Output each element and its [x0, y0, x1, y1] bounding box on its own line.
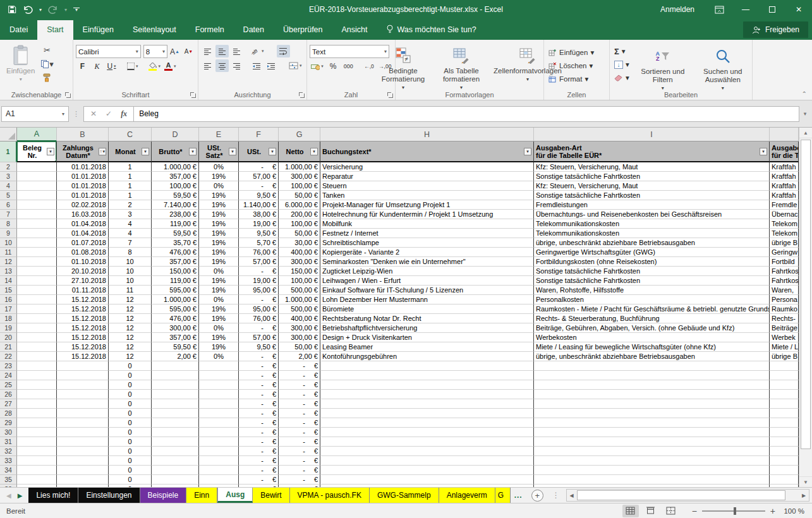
row-header-32[interactable]: 32 — [0, 447, 17, 456]
cell-E28[interactable] — [199, 409, 239, 418]
filter-dropdown-icon[interactable]: ▾ — [229, 148, 236, 155]
column-header-E[interactable]: E — [199, 128, 239, 142]
cell-D19[interactable]: 300,00 € — [152, 323, 199, 333]
cell-H17[interactable]: Büromiete — [320, 304, 534, 314]
cell-B24[interactable] — [57, 371, 109, 380]
cell-I32[interactable] — [534, 447, 770, 456]
expand-formula-bar-icon[interactable]: ▾ — [799, 111, 811, 117]
cell-A12[interactable] — [17, 257, 57, 267]
cell-C12[interactable]: 10 — [109, 257, 152, 267]
cell-E3[interactable]: 19% — [199, 172, 239, 181]
maximize-button[interactable] — [759, 0, 785, 19]
cell-H35[interactable] — [320, 475, 534, 485]
cell-F22[interactable]: -€ — [239, 352, 279, 361]
table-header-f[interactable]: USt.▾ — [239, 142, 279, 162]
borders-button[interactable]: ▾ — [126, 60, 140, 73]
cell-8[interactable]: Telekom — [770, 219, 799, 229]
cell-I23[interactable] — [534, 361, 770, 371]
cell-D29[interactable] — [152, 418, 199, 428]
cell-G18[interactable]: 400,00 € — [279, 314, 320, 323]
cell-B9[interactable]: 01.04.2018 — [57, 229, 109, 238]
cell-A23[interactable] — [17, 361, 57, 371]
conditional-formatting-button[interactable]: ≠ Bedingte Formatierung ▾ — [373, 42, 433, 93]
cell-G9[interactable]: 50,00 € — [279, 229, 320, 238]
table-header-g[interactable]: Netto▾ — [279, 142, 320, 162]
filter-dropdown-icon[interactable]: ▾ — [189, 148, 197, 155]
cell-G26[interactable]: -€ — [279, 390, 320, 399]
cell-A28[interactable] — [17, 409, 57, 418]
cell-I34[interactable] — [534, 466, 770, 475]
cell-E14[interactable]: 19% — [199, 276, 239, 286]
cell-A13[interactable] — [17, 267, 57, 276]
zoom-in-icon[interactable]: + — [770, 508, 775, 514]
cell-B33[interactable] — [57, 456, 109, 466]
cell-B3[interactable]: 01.01.2018 — [57, 172, 109, 181]
row-header-13[interactable]: 13 — [0, 267, 17, 276]
cell-D33[interactable] — [152, 456, 199, 466]
close-button[interactable]: ✕ — [785, 0, 812, 19]
cell-B7[interactable]: 16.03.2018 — [57, 210, 109, 219]
cell-C10[interactable]: 7 — [109, 238, 152, 248]
cell-C19[interactable]: 12 — [109, 323, 152, 333]
zoom-slider-thumb[interactable] — [734, 507, 736, 515]
cell-C15[interactable]: 11 — [109, 286, 152, 295]
ribbon-tab-seitenlayout[interactable]: Seitenlayout — [123, 20, 186, 40]
cell-H14[interactable]: Leihwagen / Wien - Erfurt — [320, 276, 534, 286]
cell-E6[interactable]: 19% — [199, 200, 239, 210]
cell-H2[interactable]: Versicherung — [320, 162, 534, 172]
sort-filter-button[interactable]: AZ Sortieren und Filtern ▾ — [631, 42, 694, 94]
cell-A22[interactable] — [17, 352, 57, 361]
format-as-table-button[interactable]: Als Tabelle formatieren ▾ — [433, 42, 490, 93]
cell-I30[interactable] — [534, 428, 770, 437]
cell-29[interactable] — [770, 418, 799, 428]
cell-I13[interactable]: Sonstige tatsächliche Fahrtkosten — [534, 267, 770, 276]
cell-C31[interactable]: 0 — [109, 437, 152, 447]
cell-B20[interactable]: 15.12.2018 — [57, 333, 109, 342]
cell-A19[interactable] — [17, 323, 57, 333]
cell-B35[interactable] — [57, 475, 109, 485]
scroll-down-icon[interactable]: ▼ — [799, 476, 812, 487]
enter-formula-icon[interactable]: ✓ — [106, 109, 112, 118]
cell-G20[interactable]: 300,00 € — [279, 333, 320, 342]
table-header-b[interactable]: ZahlungsDatum*↑▾ — [57, 142, 109, 162]
cell-E22[interactable]: 0% — [199, 352, 239, 361]
filter-dropdown-icon[interactable]: ▾ — [524, 148, 531, 155]
cell-H21[interactable]: Leasing Beamer — [320, 342, 534, 352]
cell-H33[interactable] — [320, 456, 534, 466]
cell-G31[interactable]: -€ — [279, 437, 320, 447]
cell-C22[interactable]: 12 — [109, 352, 152, 361]
cell-G23[interactable]: -€ — [279, 361, 320, 371]
table-header-c[interactable]: Monat▾ — [109, 142, 152, 162]
cell-C21[interactable]: 12 — [109, 342, 152, 352]
column-header-I[interactable]: I — [534, 128, 770, 142]
cell-22[interactable]: übrige B — [770, 352, 799, 361]
cell-E18[interactable]: 19% — [199, 314, 239, 323]
sign-in-button[interactable]: Anmelden — [649, 0, 706, 19]
cell-G8[interactable]: 100,00 € — [279, 219, 320, 229]
column-header-F[interactable]: F — [239, 128, 279, 142]
more-sheets-indicator[interactable]: ... — [511, 488, 526, 503]
cell-C30[interactable]: 0 — [109, 428, 152, 437]
cell-C5[interactable]: 1 — [109, 191, 152, 200]
sheet-tab-ausg[interactable]: Ausg — [217, 488, 253, 503]
cell-H34[interactable] — [320, 466, 534, 475]
column-header-B[interactable]: B — [57, 128, 109, 142]
cell-H24[interactable] — [320, 371, 534, 380]
cell-G6[interactable]: 6.000,00 € — [279, 200, 320, 210]
cell-H29[interactable] — [320, 418, 534, 428]
wrap-text-button[interactable] — [277, 45, 290, 57]
cell-C6[interactable]: 2 — [109, 200, 152, 210]
scroll-right-icon[interactable]: ▶ — [799, 490, 809, 501]
cell-C3[interactable]: 1 — [109, 172, 152, 181]
cell-E5[interactable]: 19% — [199, 191, 239, 200]
column-header-C[interactable]: C — [109, 128, 152, 142]
zoom-level[interactable]: 100 % — [779, 507, 804, 515]
cell-4[interactable]: Kraftfah — [770, 181, 799, 191]
cell-I31[interactable] — [534, 437, 770, 447]
copy-icon[interactable]: ▾ — [40, 57, 54, 70]
row-header-28[interactable]: 28 — [0, 409, 17, 418]
cell-D32[interactable] — [152, 447, 199, 456]
row-header-35[interactable]: 35 — [0, 475, 17, 485]
cell-B5[interactable]: 01.01.2018 — [57, 191, 109, 200]
cell-B8[interactable]: 01.04.2018 — [57, 219, 109, 229]
